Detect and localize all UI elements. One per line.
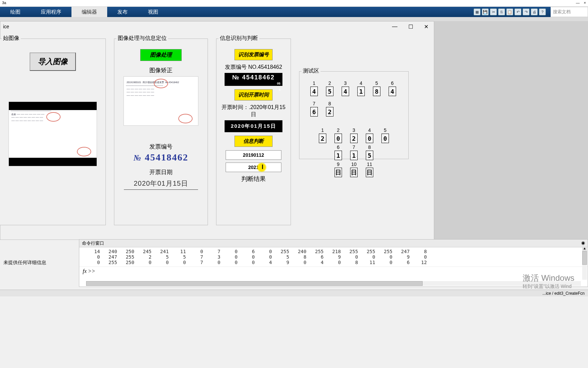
statusbar: ...ice / edit3_CreateFcn <box>0 290 588 296</box>
corrected-image-preview: 20191900101 四川增值税普通发票 № 45418462 ───────… <box>124 76 198 126</box>
status-text: ...ice / edit3_CreateFcn <box>542 291 585 296</box>
invoice-no-section-label: 发票编号 <box>119 143 203 151</box>
cut-icon[interactable]: ✂ <box>490 9 497 15</box>
panel-image-processing: 图像处理与信息定位 图像处理 图像矫正 20191900101 四川增值税普通发… <box>114 39 208 225</box>
number-strip-image: № 45418462 054 <box>225 73 282 86</box>
background-gray <box>434 21 588 240</box>
app-name: 3a <box>2 1 6 6</box>
print-icon[interactable]: 🖨 <box>531 9 538 15</box>
date-section-label: 开票日期 <box>119 168 203 176</box>
help-icon[interactable]: ? <box>539 9 546 15</box>
command-window: 命令行窗口 ◉ 14 240 250 245 241 11 0 7 0 6 0 … <box>79 239 588 287</box>
process-image-button[interactable]: 图像处理 <box>140 49 182 61</box>
recognize-date-button[interactable]: 识别开票时间 <box>234 89 273 101</box>
save-icon[interactable]: 💾 <box>482 9 489 15</box>
import-image-button[interactable]: 导入图像 <box>30 52 76 71</box>
panel1-title: 始图像 <box>2 35 21 42</box>
test-row2: 12 20619日 327110日 408511日 50 <box>304 125 404 179</box>
command-window-menu-icon[interactable]: ◉ <box>581 240 585 246</box>
judge-button[interactable]: 信息判断 <box>234 136 273 147</box>
file-icon[interactable]: ▦ <box>474 9 480 15</box>
panel4-title: 测试区 <box>301 67 321 75</box>
input-date2[interactable]: 2021 I <box>226 163 281 172</box>
minimize-icon[interactable]: — <box>576 1 580 6</box>
paste-icon[interactable]: 📋 <box>506 9 513 15</box>
tab-view[interactable]: 视图 <box>138 7 168 17</box>
app-titlebar: 3a — × <box>0 0 588 7</box>
command-output: 14 240 250 245 241 11 0 7 0 6 0 255 240 … <box>79 247 588 266</box>
panel3-title: 信息识别与判断 <box>218 35 259 42</box>
recognized-date-text: 开票时间：.2020年01月15日 <box>221 104 286 118</box>
close-icon[interactable]: × <box>584 1 586 6</box>
result-label: 判断结果 <box>221 175 286 183</box>
command-prompt[interactable]: fx >> <box>79 266 588 276</box>
panel-recognition: 信息识别与判断 识别发票编号 发票编号 NO.45418462 № 454184… <box>216 39 291 225</box>
panel2-title: 图像处理与信息定位 <box>116 35 168 42</box>
command-window-title: 命令行窗口 <box>82 240 104 246</box>
windows-activation-watermark: 激活 Windows 转到"设置"以激活 Wind <box>523 273 574 290</box>
toolbar-strip <box>0 17 588 21</box>
date-strip-image: 2020年01月15日 <box>225 120 282 132</box>
test-row1: 14 25 34 41 58 64 76 82 <box>304 78 404 119</box>
gui-dialog: ice — ☐ ✕ 始图像 导入图像 051001900101 四川增值税普通发… <box>0 21 434 240</box>
details-empty-text: 未提供任何详细信息 <box>0 256 50 269</box>
redo-icon[interactable]: ↷ <box>523 9 529 15</box>
dialog-title: ice <box>3 24 9 29</box>
correction-label: 图像矫正 <box>119 66 203 74</box>
dlg-maximize-icon[interactable]: ☐ <box>408 24 413 30</box>
undo-icon[interactable]: ↶ <box>514 9 521 15</box>
tab-publish[interactable]: 发布 <box>107 7 138 17</box>
input-date1[interactable]: 20190112 <box>226 150 281 160</box>
panel-original-image: 始图像 导入图像 051001900101 四川增值税普通发票 № 454184… <box>0 39 106 225</box>
recognize-number-button[interactable]: 识别发票编号 <box>234 49 273 60</box>
scrollbar-horizontal[interactable] <box>86 281 581 286</box>
dlg-minimize-icon[interactable]: — <box>392 24 397 30</box>
original-image-preview: 051001900101 四川增值税普通发票 № 45418462 ──────… <box>9 102 97 166</box>
search-input[interactable]: 搜索文档 <box>551 7 588 17</box>
panel-test-area: 测试区 14 25 34 41 58 64 76 82 12 20619日 32… <box>299 71 409 159</box>
ribbon-tabs: 绘图 应用程序 编辑器 发布 视图 ▦ 💾 ✂ ⎘ 📋 ↶ ↷ 🖨 ? 搜索文档 <box>0 7 588 17</box>
tab-editor[interactable]: 编辑器 <box>71 7 107 17</box>
invoice-date-display: 2020年01月15日 <box>124 178 198 190</box>
invoice-number-display: № 45418462 <box>119 152 203 163</box>
recognized-number-text: 发票编号 NO.45418462 <box>221 64 286 71</box>
copy-icon[interactable]: ⎘ <box>498 9 505 15</box>
text-cursor-icon: I <box>262 164 263 171</box>
dlg-close-icon[interactable]: ✕ <box>424 24 428 30</box>
tab-apps[interactable]: 应用程序 <box>31 7 71 17</box>
scrollbar-vertical[interactable]: ▲ <box>582 246 587 280</box>
tab-draw[interactable]: 绘图 <box>0 7 31 17</box>
